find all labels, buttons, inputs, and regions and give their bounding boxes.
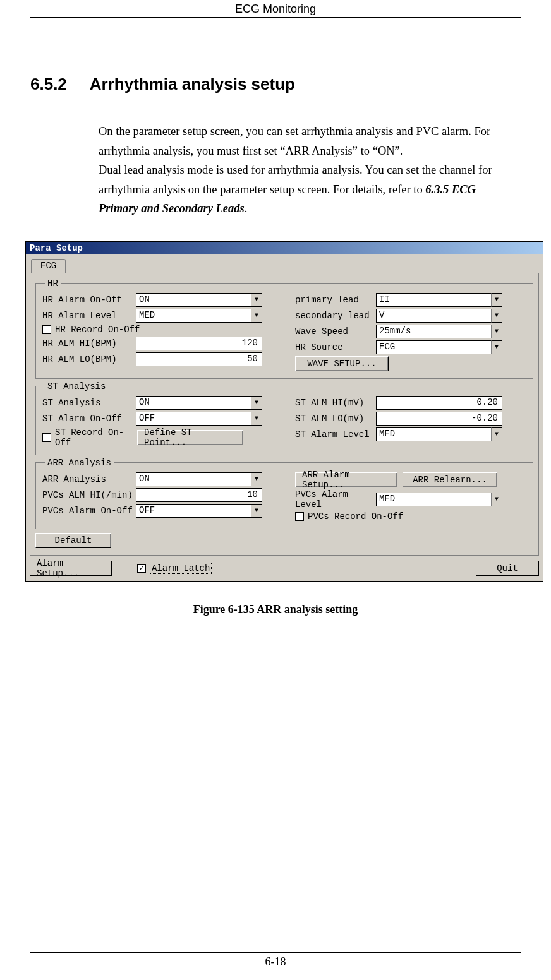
combo-value: V [376,309,491,323]
chevron-down-icon[interactable]: ▼ [491,340,502,354]
combo-pvcs-alarm-onoff[interactable]: OFF ▼ [136,504,262,518]
combo-st-alarm-onoff[interactable]: OFF ▼ [136,412,262,426]
arr-relearn-button[interactable]: ARR Relearn... [403,472,497,487]
lbl-arr-analysis: ARR Analysis [42,474,136,484]
tab-ecg[interactable]: ECG [31,259,66,273]
tab-panel-ecg: HR HR Alarm On-Off ON ▼ HR Al [30,273,539,556]
group-arr: ARR Analysis ARR Analysis ON ▼ [35,458,533,529]
chevron-down-icon[interactable]: ▼ [251,504,262,518]
chevron-down-icon[interactable]: ▼ [251,396,262,410]
group-arr-legend: ARR Analysis [45,458,114,468]
lbl-hr-record: HR Record On-Off [55,325,140,335]
combo-value: ON [136,396,251,410]
screenshot-figure: Para Setup ECG HR HR Alarm On-Off ON [25,241,543,582]
chevron-down-icon[interactable]: ▼ [491,309,502,323]
alarm-setup-button[interactable]: Alarm Setup... [30,561,112,576]
chevron-down-icon[interactable]: ▼ [491,293,502,307]
chevron-down-icon[interactable]: ▼ [491,325,502,338]
default-button[interactable]: Default [35,533,111,548]
lbl-pvcs-alarm-onoff: PVCs Alarm On-Off [42,506,136,516]
arr-alarm-setup-button[interactable]: ARR Alarm Setup... [295,472,397,487]
running-head: ECG Monitoring [30,0,521,18]
combo-value: OFF [136,504,251,518]
combo-value: MED [376,427,491,441]
define-st-point-button[interactable]: Define ST Point... [137,430,243,445]
combo-value: ON [136,472,251,486]
combo-wave-speed[interactable]: 25mm/s ▼ [376,325,502,338]
combo-st-alarm-level[interactable]: MED ▼ [376,427,502,441]
combo-value: OFF [136,412,251,426]
checkbox-pvcs-record[interactable] [295,512,304,521]
lbl-hr-alarm-onoff: HR Alarm On-Off [42,295,136,305]
body-text: On the parameter setup screen, you can s… [99,122,513,218]
combo-hr-alarm-onoff[interactable]: ON ▼ [136,293,262,307]
page-number: 6-18 [265,955,286,968]
dialog-bottom-bar: Alarm Setup... ✓ Alarm Latch Quit [30,561,539,576]
checkbox-alarm-latch[interactable]: ✓ [137,564,146,573]
lbl-hr-alm-lo: HR ALM LO(BPM) [42,354,136,364]
input-st-alm-lo[interactable]: -0.20 [376,412,502,426]
lbl-pvcs-alarm-level: PVCs Alarm Level [295,489,376,510]
quit-button[interactable]: Quit [476,561,539,576]
chevron-down-icon[interactable]: ▼ [251,293,262,307]
lbl-wave-speed: Wave Speed [295,326,376,337]
combo-value: MED [136,309,251,323]
lbl-st-record: ST Record On-Off [55,427,137,448]
input-hr-alm-lo[interactable]: 50 [136,352,262,366]
paragraph-1: On the parameter setup screen, you can s… [99,125,490,157]
combo-value: ON [136,293,251,307]
lbl-st-alm-lo: ST ALM LO(mV) [295,414,376,424]
chevron-down-icon[interactable]: ▼ [251,472,262,486]
combo-value: II [376,293,491,307]
lbl-alarm-latch: Alarm Latch [150,563,212,574]
chevron-down-icon[interactable]: ▼ [251,412,262,426]
input-pvcs-alm-hi[interactable]: 10 [136,488,262,502]
tab-strip: ECG [26,254,543,273]
lbl-secondary-lead: secondary lead [295,311,376,321]
combo-primary-lead[interactable]: II ▼ [376,293,502,307]
group-st: ST Analysis ST Analysis ON ▼ [35,381,533,455]
lbl-hr-alarm-level: HR Alarm Level [42,311,136,321]
checkbox-hr-record[interactable] [42,325,51,334]
lbl-hr-alm-hi: HR ALM HI(BPM) [42,338,136,349]
figure-caption: Figure 6-135 ARR analysis setting [30,603,521,616]
combo-arr-analysis[interactable]: ON ▼ [136,472,262,486]
lbl-st-alarm-level: ST Alarm Level [295,429,376,439]
lbl-st-analysis: ST Analysis [42,398,136,408]
chevron-down-icon[interactable]: ▼ [251,309,262,323]
lbl-pvcs-record: PVCs Record On-Off [308,511,403,522]
lbl-hr-source: HR Source [295,342,376,352]
combo-hr-source[interactable]: ECG ▼ [376,340,502,354]
combo-pvcs-alarm-level[interactable]: MED ▼ [376,493,502,506]
group-st-legend: ST Analysis [45,381,108,391]
section-number: 6.5.2 [30,75,67,94]
lbl-st-alarm-onoff: ST Alarm On-Off [42,414,136,424]
section-title: Arrhythmia analysis setup [90,75,295,93]
dialog-titlebar: Para Setup [26,242,543,254]
combo-st-analysis[interactable]: ON ▼ [136,396,262,410]
lbl-primary-lead: primary lead [295,295,376,305]
group-hr-legend: HR [45,278,61,289]
chevron-down-icon[interactable]: ▼ [491,427,502,441]
checkbox-st-record[interactable] [42,433,51,442]
lbl-st-alm-hi: ST ALM HI(mV) [295,398,376,408]
combo-secondary-lead[interactable]: V ▼ [376,309,502,323]
input-st-alm-hi[interactable]: 0.20 [376,396,502,410]
para-setup-dialog: Para Setup ECG HR HR Alarm On-Off ON [25,241,543,582]
combo-value: 25mm/s [376,325,491,338]
combo-value: ECG [376,340,491,354]
lbl-pvcs-alm-hi: PVCs ALM HI(/min) [42,490,136,500]
page-footer: 6-18 [30,952,521,969]
input-hr-alm-hi[interactable]: 120 [136,337,262,350]
chevron-down-icon[interactable]: ▼ [491,493,502,506]
section-heading: 6.5.2Arrhythmia analysis setup [30,75,521,94]
group-hr: HR HR Alarm On-Off ON ▼ HR Al [35,278,533,379]
combo-hr-alarm-level[interactable]: MED ▼ [136,309,262,323]
paragraph-2c: . [245,202,248,215]
combo-value: MED [376,493,491,506]
wave-setup-button[interactable]: WAVE SETUP... [295,356,389,371]
